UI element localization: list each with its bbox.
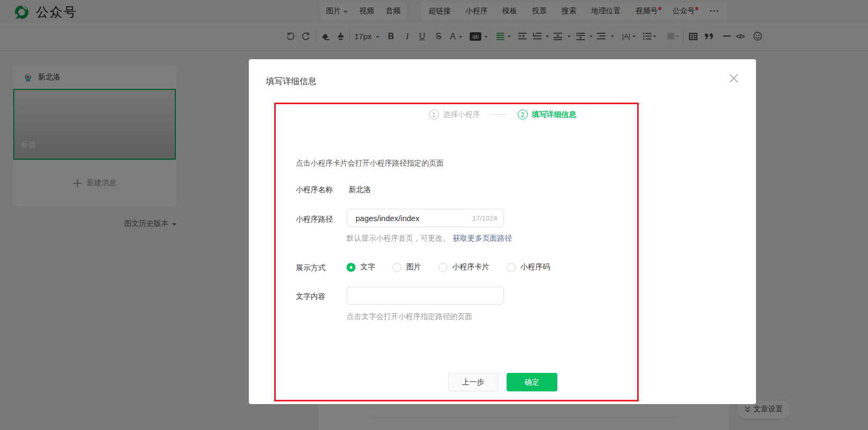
- text-content-label: 文字内容: [296, 292, 325, 301]
- wechat-mp-editor: 公众号 图片 视频 音频 超链接 小程序 模板 投票 搜索 地理位置 视频号 公…: [0, 0, 868, 430]
- radio-unselected-icon: [507, 263, 516, 272]
- step-connector: [490, 114, 508, 115]
- radio-selected-icon: [347, 263, 356, 272]
- miniprogram-detail-dialog: 填写详细信息 1 选择小程序 2 填写详细信息 点击小程序卡片会打开小程序路径指…: [249, 59, 756, 404]
- steps-indicator: 1 选择小程序 2 填写详细信息: [249, 109, 756, 120]
- radio-miniprogram-card[interactable]: 小程序卡片: [438, 262, 489, 272]
- display-mode-options: 文字 图片 小程序卡片 小程序码: [347, 262, 567, 272]
- radio-unselected-icon: [393, 263, 402, 272]
- path-hint: 默认显示小程序首页，可更改。获取更多页面路径: [347, 234, 512, 243]
- text-content-input[interactable]: [347, 287, 504, 305]
- confirm-button[interactable]: 确定: [507, 373, 557, 391]
- radio-image[interactable]: 图片: [393, 262, 421, 272]
- miniprogram-name-label: 小程序名称: [296, 185, 333, 195]
- close-icon[interactable]: [729, 74, 739, 83]
- previous-step-button[interactable]: 上一步: [448, 373, 498, 391]
- radio-text[interactable]: 文字: [347, 262, 375, 272]
- radio-unselected-icon: [438, 263, 447, 272]
- get-more-paths-link[interactable]: 获取更多页面路径: [453, 234, 512, 242]
- dialog-hint: 点击小程序卡片会打开小程序路径指定的页面: [296, 159, 444, 168]
- step-number: 2: [518, 109, 528, 120]
- annotation-highlight-box: [274, 103, 639, 401]
- miniprogram-path-input[interactable]: pages/index/index 17/1024: [347, 209, 504, 227]
- text-content-hint: 点击文字会打开小程序指定路径的页面: [347, 312, 472, 322]
- display-mode-label: 展示方式: [296, 263, 325, 273]
- dialog-title: 填写详细信息: [266, 76, 316, 87]
- step-fill-details: 2 填写详细信息: [518, 109, 576, 120]
- path-input-value: pages/index/index: [356, 214, 472, 223]
- miniprogram-path-label: 小程序路径: [296, 215, 333, 224]
- path-hint-text: 默认显示小程序首页，可更改。: [347, 234, 450, 242]
- miniprogram-name-value: 新北洛: [349, 185, 371, 195]
- step-number: 1: [429, 109, 439, 120]
- radio-miniprogram-code[interactable]: 小程序码: [507, 262, 550, 272]
- char-counter: 17/1024: [472, 214, 497, 222]
- step-select-miniprogram: 1 选择小程序: [429, 109, 480, 120]
